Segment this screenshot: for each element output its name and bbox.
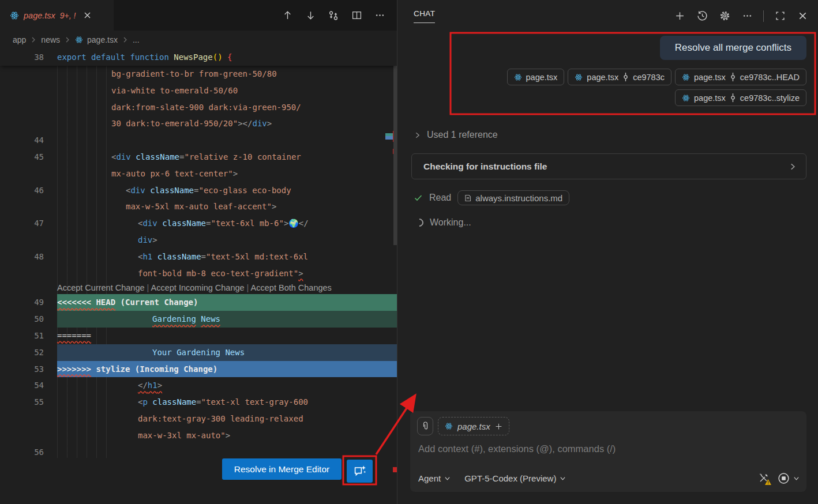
context-chip[interactable]: page.tsxce9783c..stylize [675,89,806,106]
compare-changes-icon[interactable] [327,9,340,22]
context-chip[interactable]: page.tsxce9783c [568,69,671,85]
code-token: News [201,314,220,324]
more-actions-icon[interactable] [741,10,753,22]
line-number: 54 [0,377,44,394]
previous-change-icon[interactable] [280,9,294,22]
used-references-toggle[interactable]: Used 1 reference [414,130,498,140]
breadcrumb: app news page.tsx ... [0,31,397,49]
codelens-separator: | [145,283,151,292]
code-token: via-white to-emerald-50/60 [111,86,238,95]
line-number: 47 [0,215,44,232]
history-icon[interactable] [696,10,708,22]
attached-file-chip[interactable]: page.tsx [438,417,509,435]
maximize-panel-icon[interactable] [774,10,786,22]
react-icon [514,73,522,81]
status-box-checking-instructions[interactable]: Checking for instructions file [411,153,806,179]
code-token: className [150,186,194,195]
tab-page-tsx[interactable]: page.tsx 9+, ! [0,0,114,31]
code-row: via-white to-emerald-50/60 [0,82,397,99]
mode-dropdown[interactable]: Agent [418,473,451,483]
code-row: 53>>>>>>> stylize (Incoming Change) [0,361,397,378]
next-change-icon[interactable] [303,9,317,22]
instructions-file-chip[interactable]: always.instructions.md [457,190,569,205]
editor-tab-bar: page.tsx 9+, ! [0,0,397,31]
model-dropdown[interactable]: GPT-5-Codex (Preview) [464,473,566,483]
used-references-label: Used 1 reference [427,130,498,140]
code-token: Gardening [152,314,196,324]
code-text: bg-gradient-to-br from-green-50/80 [57,66,397,82]
line-number: 38 [0,49,44,66]
git-commit-icon [730,93,736,102]
code-rows: bg-gradient-to-br from-green-50/80via-wh… [0,66,397,460]
spinner-icon [414,217,425,228]
chat-input-box[interactable]: page.tsx Add context (#), extensions (@)… [410,411,806,492]
code-row: 48<h1 className="text-5xl md:text-6xl [0,249,397,265]
code-token: h1 [142,252,152,261]
code-text: >>>>>>> stylize (Incoming Change) [57,361,397,378]
code-editor[interactable]: 38export default function NewsPage() { b… [0,49,397,504]
resolve-in-merge-editor-button[interactable]: Resolve in Merge Editor [222,458,342,480]
chip-file-name: page.tsx [526,73,558,82]
breadcrumb-item-news[interactable]: news [41,35,60,44]
chip-file-name: page.tsx [694,73,726,82]
line-number: 51 [0,328,44,344]
new-chat-icon[interactable] [673,10,686,22]
code-token: font-bold mb-8 eco-text-gradient" [138,269,298,278]
configure-tools-icon[interactable] [758,472,770,484]
more-actions-icon[interactable] [373,9,387,22]
chevron-down-icon [560,475,566,482]
code-row: div> [0,232,397,249]
code-token: = [196,397,201,407]
working-status: Working... [415,217,471,228]
code-text: dark:text-gray-300 leading-relaxed [57,411,397,427]
mode-label: Agent [418,473,441,483]
react-icon [10,11,19,20]
code-token: dark:text-gray-300 leading-relaxed [138,414,303,423]
code-text: mx-auto px-6 text-center"> [57,166,397,182]
context-chip[interactable]: page.tsx [507,69,565,85]
context-chip[interactable]: page.tsxce9783c..HEAD [675,69,806,85]
plus-icon[interactable] [495,423,502,430]
stop-request-button[interactable] [778,472,800,484]
code-row: dark:text-gray-300 leading-relaxed [0,411,397,427]
codelens-link-accept-incoming-change[interactable]: Accept Incoming Change [151,283,245,292]
breadcrumb-item-symbol[interactable]: ... [133,35,140,44]
code-row: max-w-3xl mx-auto"> [0,427,397,444]
code-token: ></ [238,119,252,128]
code-token: div [116,152,130,161]
tab-chat[interactable]: CHAT [414,9,435,23]
line-number: 50 [0,311,44,328]
code-token: () [213,52,223,62]
code-text: <div className="eco-glass eco-body [57,182,397,199]
code-token: Your Gardening News [152,348,245,357]
chat-input-placeholder[interactable]: Add context (#), extensions (@), command… [418,443,616,454]
close-panel-icon[interactable] [796,10,809,22]
close-icon[interactable] [84,12,91,19]
codelens-link-accept-both-changes[interactable]: Accept Both Changes [251,283,332,292]
codelens-separator: | [245,283,251,292]
code-token: div [138,235,152,245]
code-row: max-w-5xl mx-auto leaf-accent"> [0,198,397,215]
code-row: 30 dark:to-emerald-950/20"></div> [0,115,397,132]
code-row: 56 [0,444,397,461]
code-row: 49<<<<<<< HEAD (Current Change) [0,294,397,311]
code-row: 52Your Gardening News [0,344,397,361]
input-toolbar: Agent GPT-5-Codex (Preview) [418,469,800,487]
chevron-right-icon [122,36,129,43]
chip-commit-ref: ce9783c..stylize [740,93,800,103]
code-row: 47<div className="text-6xl mb-6">🌍</ [0,215,397,232]
git-commit-icon [622,73,629,81]
tab-filename: page.tsx [24,11,55,20]
code-text: Your Gardening News [57,344,397,361]
code-row: 51======= [0,328,397,344]
editor-actions [280,0,387,31]
gear-icon[interactable] [718,10,731,22]
attach-context-button[interactable] [417,417,433,435]
split-editor-icon[interactable] [350,9,363,22]
breadcrumb-item-file[interactable]: page.tsx [87,35,118,44]
codelens-link-accept-current-change[interactable]: Accept Current Change [57,283,145,292]
code-row: 55<p className="text-xl text-gray-600 [0,394,397,411]
breadcrumb-item-app[interactable]: app [13,35,26,44]
resolve-with-copilot-button[interactable] [347,460,373,483]
code-row: 54</h1> [0,377,397,394]
